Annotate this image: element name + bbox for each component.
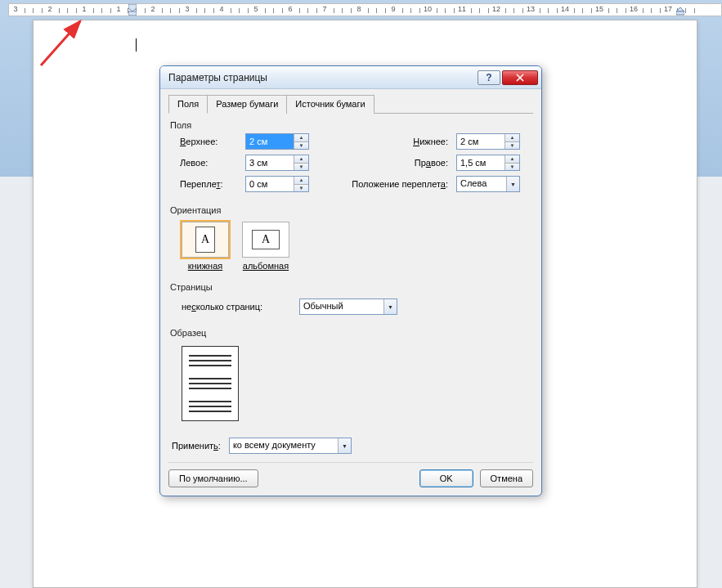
apply-to-combo[interactable]: ко всему документу ▼ [229,438,352,454]
help-button[interactable]: ? [478,70,500,85]
top-margin-input[interactable] [246,134,294,149]
ruler-number: 3 [185,5,189,13]
left-margin-spinner[interactable]: ▲▼ [245,155,309,171]
spin-up-icon[interactable]: ▲ [505,155,519,164]
tab-paper-size[interactable]: Размер бумаги [207,95,287,114]
ruler-number: 1 [116,5,120,13]
spin-down-icon[interactable]: ▼ [294,164,308,171]
ruler-number: 10 [424,5,432,13]
ruler-number: 11 [458,5,466,13]
spin-up-icon[interactable]: ▲ [294,134,308,142]
top-margin-label: Верхнее: [180,137,245,146]
gutter-position-label: Положение переплета: [319,179,456,189]
landscape-icon: A [242,222,289,258]
bottom-margin-input[interactable] [457,134,505,149]
tab-paper-source[interactable]: Источник бумаги [286,95,374,114]
svg-marker-2 [676,7,684,11]
right-indent-marker-icon[interactable] [676,4,684,16]
left-margin-label: Левое: [180,158,245,168]
chevron-down-icon[interactable]: ▼ [506,177,519,191]
bottom-margin-label: Нижнее: [319,137,456,146]
ok-button[interactable]: OK [419,469,473,487]
multiple-pages-combo[interactable]: Обычный ▼ [299,298,397,315]
ruler-number: 1 [82,5,86,13]
section-orientation-label: Ориентация [170,205,533,215]
svg-rect-3 [676,11,684,15]
dialog-titlebar[interactable]: Параметры страницы ? [160,66,541,89]
multiple-pages-label: несколько страниц: [182,302,286,312]
spin-down-icon[interactable]: ▼ [294,142,308,150]
spin-down-icon[interactable]: ▼ [505,142,519,150]
orientation-landscape[interactable]: A альбомная [242,222,289,271]
orientation-portrait-label: книжная [188,261,223,271]
ruler-number: 5 [253,5,258,13]
spin-down-icon[interactable]: ▼ [294,185,308,192]
ruler-number: 3 [13,5,17,13]
cancel-button[interactable]: Отмена [480,469,533,487]
ruler-number: 2 [150,5,155,13]
ruler-number: 2 [47,5,52,13]
spin-up-icon[interactable]: ▲ [294,155,308,164]
spin-down-icon[interactable]: ▼ [505,164,519,171]
chevron-down-icon[interactable]: ▼ [383,299,397,314]
ruler-number: 13 [527,5,535,13]
ruler-number: 6 [288,5,292,13]
ruler-number: 8 [357,5,361,13]
ruler-number: 17 [664,5,672,13]
top-margin-spinner[interactable]: ▲▼ [245,133,309,150]
tab-margins[interactable]: Поля [168,95,208,114]
portrait-icon: A [182,222,229,258]
ruler-number: 14 [561,5,569,13]
ruler-number: 15 [595,5,603,13]
orientation-landscape-label: альбомная [243,261,289,271]
tab-row: Поля Размер бумаги Источник бумаги [168,94,533,114]
spin-up-icon[interactable]: ▲ [505,134,519,142]
preview-page-icon [182,346,239,421]
gutter-position-combo[interactable]: Слева ▼ [456,176,520,192]
chevron-down-icon[interactable]: ▼ [338,438,351,453]
gutter-label: Переплет: [180,179,245,189]
right-margin-label: Правое: [319,158,456,168]
close-button[interactable] [502,70,538,85]
gutter-position-value: Слева [457,177,506,191]
right-margin-spinner[interactable]: ▲▼ [456,155,520,171]
gutter-input[interactable] [246,177,294,191]
dialog-title: Параметры страницы [168,72,478,83]
section-pages-label: Страницы [170,282,533,292]
multiple-pages-value: Обычный [300,299,383,314]
gutter-spinner[interactable]: ▲▼ [245,176,309,192]
section-margins-label: Поля [170,120,533,130]
left-margin-input[interactable] [246,155,294,170]
ruler-number: 9 [391,5,395,13]
right-margin-input[interactable] [457,155,505,170]
ruler-number: 4 [219,5,223,13]
ruler-number: 12 [492,5,500,13]
text-cursor [136,38,137,52]
horizontal-ruler[interactable]: 3211234567891011121314151617 [0,3,722,18]
apply-to-value: ко всему документу [230,438,338,453]
bottom-margin-spinner[interactable]: ▲▼ [456,133,520,150]
page-setup-dialog: Параметры страницы ? Поля Размер бумаги … [159,65,542,496]
apply-to-label: Применить: [172,441,221,451]
ruler-number: 7 [322,5,326,13]
dialog-footer: По умолчанию... OK Отмена [168,462,533,487]
ruler-number: 16 [630,5,638,13]
spin-up-icon[interactable]: ▲ [294,177,308,185]
default-button[interactable]: По умолчанию... [168,469,258,487]
section-preview-label: Образец [170,328,533,338]
orientation-portrait[interactable]: A книжная [182,222,229,271]
